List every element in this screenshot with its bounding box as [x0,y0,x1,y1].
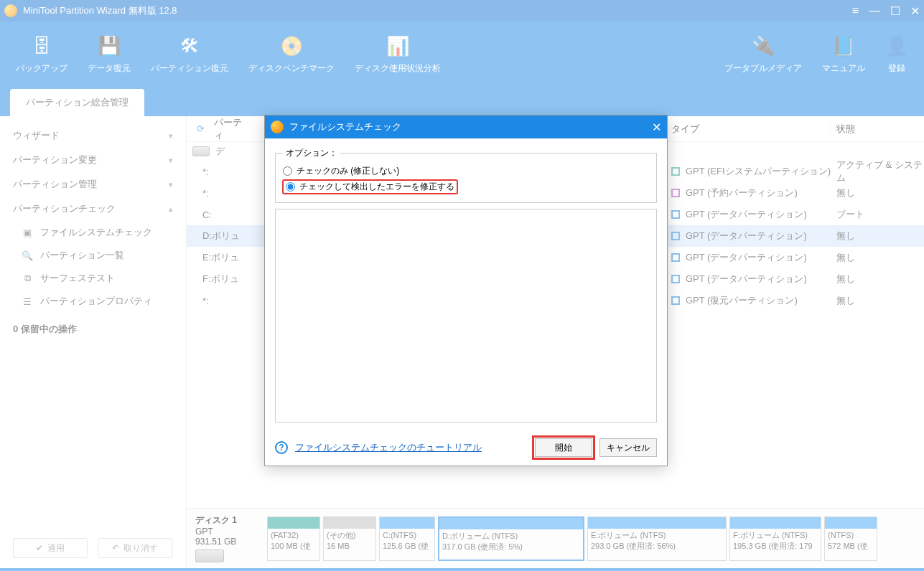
tabbar: パーティション総合管理 [0,88,924,116]
sidebar-item-properties[interactable]: ☰ パーティションプロパティ [0,290,186,313]
partition-info-row[interactable]: GPT (データパーティション)無し [666,225,924,247]
color-square-icon [671,275,680,283]
partition-info-row[interactable]: GPT (EFIシステムパーティション)アクティブ & システム [666,161,924,182]
radio-check-only[interactable] [283,166,292,176]
dialog-app-icon [271,121,284,133]
help-icon[interactable]: ? [275,441,288,454]
partition-state: 無し [831,251,924,264]
sidebar-wizard[interactable]: ウィザード ▾ [0,123,186,148]
dialog-title: ファイルシステムチェック [289,121,401,133]
minimize-icon[interactable]: — [869,4,880,18]
toolbar-partition-recovery[interactable]: 🛠 パーティション復元 [141,31,238,79]
apply-button[interactable]: ✔適用 [13,538,88,558]
color-square-icon [671,189,680,197]
toolbar-bootable[interactable]: 🔌 ブータブルメディア [714,31,812,79]
toolbar-disk-usage-label: ディスク使用状況分析 [355,62,441,75]
tutorial-link[interactable]: ファイルシステムチェックのチュートリアル [295,441,482,454]
partition-state: 無し [831,273,924,286]
toolbar-data-recovery[interactable]: 💾 データ復元 [78,31,141,79]
chevron-down-icon: ▾ [169,131,173,141]
option-check-only-label: チェックのみ (修正しない) [297,165,399,177]
diskmap-partition[interactable]: D:ボリューム (NTFS)317.0 GB (使用済: 5%) [438,516,584,561]
partition-info-row[interactable]: GPT (データパーティション)無し [666,268,924,290]
col-partition: パーティ [214,116,250,142]
toolbar-bootable-label: ブータブルメディア [724,62,802,75]
tab-partition-management[interactable]: パーティション総合管理 [10,89,144,116]
undo-button[interactable]: ↶取り消す [98,538,172,558]
partition-sub: 100 MB (使 [271,541,317,552]
diskmap-partition[interactable]: (FAT32)100 MB (使 [267,516,320,561]
sidebar-item-partition-list[interactable]: 🔍 パーティション一覧 [0,244,186,267]
dialog-close-icon[interactable]: ✕ [652,121,661,134]
radio-check-fix[interactable] [286,182,295,192]
partition-type: GPT (予約パーティション) [686,187,798,199]
usage-bar [380,517,434,529]
partition-sub: 125.6 GB (使 [383,541,431,552]
toolbar-backup[interactable]: 🗄 バックアップ [6,31,78,79]
toolbar-manual[interactable]: 📘 マニュアル [812,31,875,79]
diskmap-partition[interactable]: E:ボリューム (NTFS)293.0 GB (使用済: 56%) [587,516,727,561]
close-icon[interactable]: ✕ [910,4,920,18]
refresh-icon[interactable]: ⟳ [192,121,208,137]
partition-sub: 16 MB [327,541,373,552]
diskmap-partition[interactable]: (その他)16 MB [323,516,376,561]
partition-info-row[interactable]: GPT (予約パーティション)無し [666,182,924,204]
partition-label: (NTFS) [828,530,874,541]
partition-type: GPT (データパーティション) [686,230,807,242]
color-square-icon [671,296,680,305]
option-check-fix-label: チェックして検出したエラーを修正する [299,181,454,193]
sidebar-item-label: パーティション一覧 [40,249,124,262]
sidebar-manage-label: パーティション管理 [13,178,97,191]
surface-icon: ⧉ [22,273,33,284]
sidebar-item-label: パーティションプロパティ [40,295,152,308]
partition-state: 無し [831,230,924,242]
option-check-fix[interactable]: チェックして検出したエラーを修正する [283,180,457,194]
chevron-up-icon: ▴ [169,204,173,214]
sidebar-change-label: パーティション変更 [13,154,97,166]
diskmap-partition[interactable]: F:ボリューム (NTFS)195.3 GB (使用済: 179 [729,516,821,561]
partition-info-row[interactable]: GPT (データパーティション)無し [666,247,924,268]
usage-bar [324,517,375,529]
cancel-button[interactable]: キャンセル [599,438,657,457]
col-type: タイプ [666,123,831,136]
partition-type: GPT (データパーティション) [686,273,807,286]
toolbar-register[interactable]: 👤 登録 [875,31,918,79]
diskmap-partition[interactable]: (NTFS)572 MB (使 [824,516,877,561]
partition-info-row[interactable]: GPT (データパーティション)ブート [666,204,924,225]
sidebar-item-surface-test[interactable]: ⧉ サーフェステスト [0,267,186,290]
data-recovery-icon: 💾 [98,35,121,58]
partition-info-row[interactable]: GPT (復元パーティション)無し [666,290,924,311]
option-check-only[interactable]: チェックのみ (修正しない) [283,165,649,177]
pending-operations: 0 保留中の操作 [0,313,186,346]
fscheck-icon: ▣ [22,227,33,238]
usage-bar [730,517,821,529]
start-button[interactable]: 開始 [535,438,592,457]
toolbar-disk-usage[interactable]: 📊 ディスク使用状況分析 [345,31,451,79]
color-square-icon [671,253,680,262]
partition-label: E:ボリューム (NTFS) [591,530,723,541]
benchmark-icon: 📀 [280,35,303,58]
sidebar-manage[interactable]: パーティション管理 ▾ [0,172,186,197]
bootable-icon: 🔌 [752,35,775,58]
menu-icon[interactable]: ≡ [852,4,859,18]
app-icon [4,4,17,17]
partition-sub: 572 MB (使 [828,541,874,552]
options-fieldset: オプション： チェックのみ (修正しない) チェックして検出したエラーを修正する [275,147,657,203]
sidebar-change[interactable]: パーティション変更 ▾ [0,148,186,172]
fscheck-dialog: ファイルシステムチェック ✕ オプション： チェックのみ (修正しない) チェッ… [264,115,668,466]
diskmap-partition[interactable]: C:(NTFS)125.6 GB (使 [379,516,435,561]
dialog-titlebar: ファイルシステムチェック ✕ [265,115,667,138]
right-columns: タイプ 状態 GPT (EFIシステムパーティション)アクティブ & システムG… [666,116,924,311]
options-legend: オプション： [283,147,340,159]
toolbar-benchmark[interactable]: 📀 ディスクベンチマーク [238,31,345,79]
window-title: MiniTool Partition Wizard 無料版 12.8 [23,4,852,17]
diskmap-info: ディスク 1 GPT 931.51 GB [192,514,264,562]
properties-icon: ☰ [22,296,33,307]
sidebar-wizard-label: ウィザード [13,129,60,142]
partition-state: 無し [831,187,924,199]
disk-size: 931.51 GB [195,537,236,547]
sidebar-check[interactable]: パーティションチェック ▴ [0,197,186,221]
sidebar-check-label: パーティションチェック [13,202,116,215]
maximize-icon[interactable]: ☐ [890,4,900,18]
sidebar-item-fscheck[interactable]: ▣ ファイルシステムチェック [0,221,186,244]
